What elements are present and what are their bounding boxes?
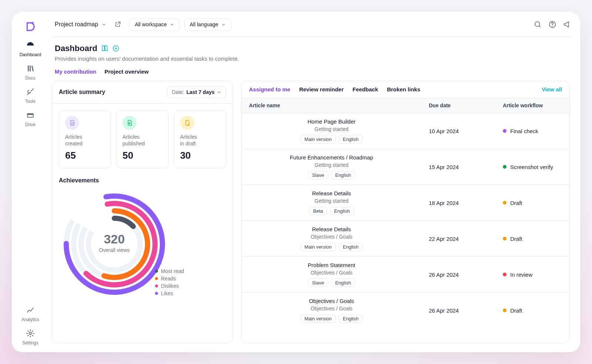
stat-value: 30 bbox=[180, 150, 220, 161]
article-category: Objectives / Goals bbox=[310, 234, 353, 240]
books-icon bbox=[26, 64, 35, 74]
table-row[interactable]: Home Page Builder Getting started Main v… bbox=[242, 113, 569, 149]
sidebar-item-docs[interactable]: Docs bbox=[25, 64, 35, 81]
article-title: Objectives / Goals bbox=[309, 298, 354, 304]
table-row[interactable]: Future Enhancements / Roadmap Getting st… bbox=[242, 149, 569, 185]
article-name-cell: Problem Statement Objectives / Goals Sla… bbox=[242, 257, 421, 292]
table-row[interactable]: Objectives / Goals Objectives / Goals Ma… bbox=[242, 293, 569, 328]
workflow-label: Screenshot verify bbox=[510, 164, 553, 170]
announce-icon[interactable] bbox=[563, 20, 571, 28]
table-header-cell: Article name bbox=[242, 98, 421, 113]
tag-chip: Slave bbox=[308, 171, 328, 179]
view-all-link[interactable]: View all bbox=[542, 86, 562, 92]
open-external-icon[interactable] bbox=[114, 20, 122, 28]
due-date-cell: 15 Apr 2024 bbox=[421, 149, 495, 185]
play-circle-icon[interactable] bbox=[112, 45, 120, 52]
sidebar-item-label: Docs bbox=[25, 75, 35, 81]
sidebar-item-label: Analytics bbox=[21, 317, 39, 322]
legend-item: Dislikes bbox=[155, 283, 184, 289]
breadcrumb[interactable]: Project roadmap bbox=[55, 21, 106, 28]
tab-my-contribution[interactable]: My contribution bbox=[55, 68, 97, 75]
workflow-label: In review bbox=[510, 272, 532, 278]
tab-project-overview[interactable]: Project overview bbox=[105, 68, 149, 75]
article-name-cell: Future Enhancements / Roadmap Getting st… bbox=[242, 149, 421, 185]
article-category: Getting started bbox=[314, 126, 349, 132]
topbar: Project roadmap All workspaceAll languag… bbox=[52, 12, 571, 37]
legend-dot bbox=[155, 292, 158, 295]
sidebar-item-settings[interactable]: Settings bbox=[22, 329, 38, 346]
status-dot bbox=[503, 273, 507, 276]
article-category: Objectives / Goals bbox=[310, 270, 353, 276]
workflow-cell: Draft bbox=[495, 293, 569, 328]
main-area: Project roadmap All workspaceAll languag… bbox=[49, 12, 580, 352]
due-date-cell: 18 Apr 2024 bbox=[421, 185, 495, 220]
tag-chip: English bbox=[331, 171, 355, 179]
sidebar-item-label: Drive bbox=[25, 122, 36, 127]
sidebar-item-analytics[interactable]: Analytics bbox=[21, 306, 39, 322]
stat-label: Articlescreated bbox=[65, 134, 105, 147]
sidebar-item-label: Settings bbox=[22, 340, 38, 346]
search-icon[interactable] bbox=[534, 20, 542, 28]
app-logo[interactable] bbox=[24, 20, 37, 33]
page-subtitle: Provides insights on users' documentatio… bbox=[55, 55, 568, 62]
page-title: Dashboard bbox=[55, 44, 568, 53]
due-date-cell: 22 Apr 2024 bbox=[421, 221, 495, 256]
article-tags: SlaveEnglish bbox=[308, 171, 355, 179]
article-tags: Main versionEnglish bbox=[300, 243, 363, 251]
stat-icon bbox=[122, 116, 137, 130]
filter-1[interactable]: All language bbox=[184, 18, 231, 31]
tag-chip: English bbox=[339, 243, 363, 251]
book-icon[interactable] bbox=[101, 45, 108, 52]
workflow-cell: Draft bbox=[495, 185, 569, 220]
svg-point-0 bbox=[31, 22, 33, 24]
workflow-cell: Draft bbox=[495, 221, 569, 256]
due-date-cell: 26 Apr 2024 bbox=[421, 257, 495, 292]
table-row[interactable]: Release Details Getting started BetaEngl… bbox=[242, 185, 569, 221]
tag-chip: Beta bbox=[309, 207, 327, 215]
page-header: Dashboard Provides insights on users' do… bbox=[52, 37, 570, 63]
table-tab-broken-links[interactable]: Broken links bbox=[387, 86, 420, 92]
legend-item: Reads bbox=[155, 276, 184, 282]
tag-chip: English bbox=[339, 135, 363, 144]
workflow-cell: In review bbox=[495, 257, 569, 292]
chevron-down-icon bbox=[217, 90, 221, 94]
gear-icon bbox=[26, 329, 35, 339]
article-title: Release Details bbox=[312, 226, 351, 232]
sidebar-item-tools[interactable]: Tools bbox=[25, 87, 36, 104]
workflow-label: Draft bbox=[510, 307, 522, 314]
article-name-cell: Release Details Getting started BetaEngl… bbox=[242, 185, 421, 220]
table-row[interactable]: Release Details Objectives / Goals Main … bbox=[242, 221, 569, 257]
stat-label: Articlesin draft bbox=[180, 134, 220, 147]
article-title: Home Page Builder bbox=[307, 118, 356, 125]
status-dot bbox=[503, 201, 507, 205]
tag-chip: English bbox=[330, 207, 354, 215]
article-title: Release Details bbox=[312, 190, 351, 196]
sidebar-item-drive[interactable]: Drive bbox=[25, 111, 36, 127]
table-tab-assigned-to-me[interactable]: Assigned to me bbox=[249, 86, 290, 92]
chevron-down-icon bbox=[221, 22, 226, 27]
table-tab-feedback[interactable]: Feedback bbox=[353, 86, 378, 92]
article-title: Future Enhancements / Roadmap bbox=[290, 154, 373, 161]
legend-dot bbox=[155, 284, 158, 287]
help-icon[interactable] bbox=[548, 20, 556, 28]
article-name-cell: Objectives / Goals Objectives / Goals Ma… bbox=[242, 293, 421, 328]
status-dot bbox=[503, 129, 507, 133]
due-date-cell: 26 Apr 2024 bbox=[421, 293, 495, 328]
status-dot bbox=[503, 309, 507, 312]
table-tab-review-reminder[interactable]: Review reminder bbox=[299, 86, 344, 92]
date-range-selector[interactable]: Date: Last 7 days bbox=[167, 86, 226, 98]
sidebar-item-dashboard[interactable]: Dashboard bbox=[20, 41, 41, 57]
assigned-table-panel: Assigned to meReview reminderFeedbackBro… bbox=[241, 81, 570, 343]
status-dot bbox=[503, 237, 507, 240]
drive-icon bbox=[26, 111, 35, 121]
analytics-icon bbox=[26, 306, 35, 316]
article-category: Getting started bbox=[314, 198, 349, 204]
status-dot bbox=[503, 165, 507, 169]
table-header-cell: Due date bbox=[421, 98, 495, 113]
svg-point-9 bbox=[552, 26, 553, 26]
table-row[interactable]: Problem Statement Objectives / Goals Sla… bbox=[242, 257, 569, 293]
filter-0[interactable]: All workspace bbox=[129, 18, 179, 31]
article-name-cell: Home Page Builder Getting started Main v… bbox=[242, 113, 421, 149]
workflow-label: Draft bbox=[510, 236, 522, 242]
sidebar-item-label: Dashboard bbox=[20, 52, 41, 57]
